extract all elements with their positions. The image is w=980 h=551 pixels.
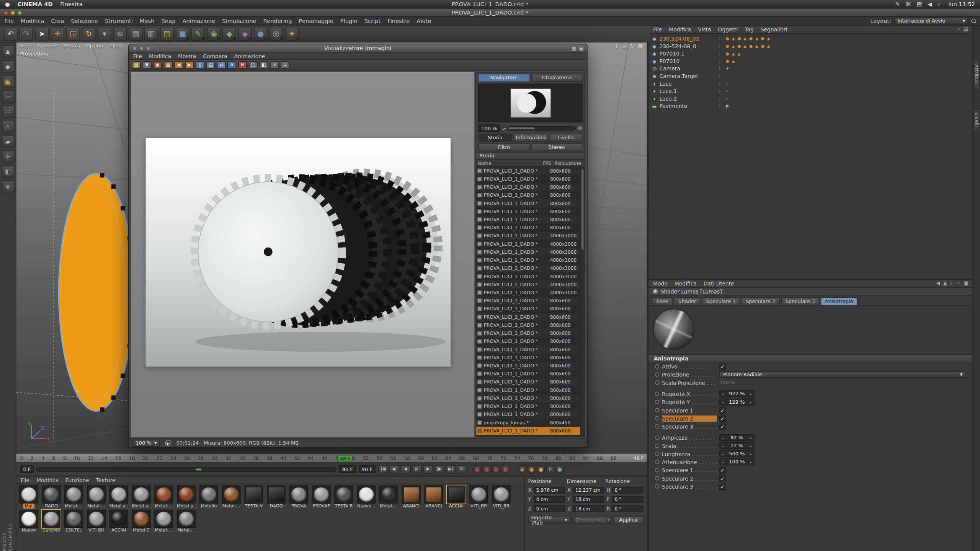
history-row[interactable]: PROVA_LUCI_1_DADO *800x600 [476,175,580,183]
material-item[interactable]: VITI BR [85,510,108,533]
shader-tab[interactable]: Anisotropia [820,297,858,305]
material-thumbnail[interactable] [357,486,376,504]
Luce[interactable]: Luce✓ [649,80,973,88]
shader-tab[interactable]: Shader [674,297,701,305]
animation-toggle-icon[interactable] [655,424,659,429]
attribute-checkbox[interactable] [719,363,725,369]
viewport-menu-item[interactable]: Opzioni [86,43,105,49]
app-menu-item[interactable]: Plugin [340,18,358,24]
230.524.08_02[interactable]: 230.524.08_02● ▲ ● ▲ ● ▲ ● ▲ [649,35,973,42]
attribute-checkbox[interactable] [719,415,725,421]
go-end-button[interactable]: ▶| [446,465,456,473]
back-icon[interactable]: ◀ [936,280,940,287]
history-row[interactable]: PROVA_LUCI_1_DADO *800x600 [476,394,580,402]
material-menu-item[interactable]: File [21,477,29,483]
swap-ab-button[interactable]: ⇄ [217,61,226,69]
history-row[interactable]: PROVA_LUCI_1_DADO *4000x3000 [476,256,580,264]
zoom-stepper-icon[interactable]: ▴▾ [502,126,506,130]
attribute-row[interactable]: Attenuazione◂100 %▸100 %▾100 % [649,458,973,466]
increment-icon[interactable]: ▸ [750,460,752,464]
material-thumbnail[interactable] [154,486,173,504]
visibility-dots[interactable] [715,59,724,64]
start-frame-field[interactable]: 0 F [20,465,34,473]
material-item[interactable]: DADO [265,486,287,509]
object-name[interactable]: P07010.1 [659,51,713,57]
prev-key-button[interactable]: ◀| [389,465,399,473]
history-row[interactable]: PROVA_LUCI_1_DADO *800x600 [476,354,580,362]
history-row[interactable]: PROVA_LUCI_1_DADO *800x600 [476,305,580,313]
material-item[interactable]: Metallo [198,486,220,509]
lock-icon[interactable]: ▣ [964,280,968,287]
record-rotation-button[interactable]: ● [501,465,509,473]
render-settings-button[interactable]: ▤ [160,27,174,41]
shader-tab[interactable]: Speculare 1 [702,297,740,305]
object-manager-menu-item[interactable]: Modifica [669,26,691,33]
coordinate-value-input[interactable]: 12.237 cm [573,487,604,494]
Luce.1[interactable]: Luce.1✓ [649,88,973,95]
add-camera-button[interactable]: ◎ [270,27,283,41]
render-picture-viewer-button[interactable]: ▥ [144,27,158,41]
attribute-number-field[interactable]: ◂100 %▸ [719,458,754,465]
material-item[interactable]: ACCIAI [108,510,130,533]
object-manager-menu-item[interactable]: Tag [745,26,753,33]
move-button[interactable]: ✛ [51,27,64,41]
live-selection-button[interactable]: ➤ [35,27,49,41]
material-item[interactable]: DADO [40,486,62,509]
history-row[interactable]: PROVA_LUCI_1_DADO *800x600 [476,297,580,305]
play-animation-button[interactable]: ▶ [165,440,171,446]
attribute-number-field[interactable]: ◂500 %▸ [719,450,754,457]
decrement-icon[interactable]: ◂ [722,452,724,456]
record-scale-button[interactable]: ● [492,465,500,473]
coordinate-value-input[interactable]: 0 ° [612,487,644,494]
animation-toggle-icon[interactable] [655,476,659,480]
coordinate-value-input[interactable]: 18 cm [573,496,604,503]
record-position-button[interactable]: ● [482,465,490,473]
attribute-checkbox[interactable] [719,475,725,481]
attribute-checkbox[interactable] [719,483,725,489]
animation-toggle-icon[interactable] [655,380,659,385]
animation-toggle-icon[interactable] [655,468,659,472]
visibility-dots[interactable] [715,66,724,72]
dock-tab[interactable]: Livelli [973,108,980,131]
attribute-row[interactable]: Speculare 3◂▸▾ [649,422,973,430]
material-item[interactable]: ACCIAI [445,486,467,509]
enable-snap-button[interactable]: ⊕ [2,180,14,192]
animation-toggle-icon[interactable] [655,400,659,404]
viewer-titlebar[interactable]: Visualizzatore Immagini ▦▣ [129,44,587,52]
history-row[interactable]: PROVA_LUCI_1_DADO800x600 [476,435,580,437]
column-risoluzione[interactable]: Risoluzione [554,160,583,166]
object-name[interactable]: Pavimento [659,103,713,109]
material-item[interactable]: PROVA [287,486,310,509]
object-name[interactable]: Luce [659,81,713,87]
last-tool-button[interactable]: ▾ [98,27,111,41]
attribute-number-field[interactable]: ◂82 %▸ [719,434,754,441]
material-item[interactable]: Metal-... [220,486,243,509]
display-icon[interactable]: ▤ [917,1,922,8]
attribute-dropdown[interactable]: Planare Radiale▾ [719,371,966,378]
decrement-icon[interactable]: ◂ [722,435,724,440]
set-b-button[interactable]: B [238,61,247,69]
material-item[interactable]: Metal-... [175,510,198,533]
prev-render-button[interactable]: ◀ [175,61,183,69]
material-thumbnail[interactable] [87,510,106,528]
material-thumbnail[interactable] [132,486,150,504]
autokey-button[interactable]: ◉ [518,465,526,473]
material-thumbnail[interactable] [20,510,38,528]
object-tags[interactable]: ◩ [726,104,970,109]
navigator-thumbnail[interactable] [478,84,583,122]
attribute-menu-item[interactable]: Modo [653,280,668,287]
attribute-row[interactable]: Rugosità Y◂129 %▸129 %▾129 % [649,398,973,406]
animation-toggle-icon[interactable] [655,452,659,456]
anisotropy-section-header[interactable]: Anisotropia [649,354,973,362]
history-row[interactable]: PROVA_LUCI_1_DADO *800x600 [476,386,580,394]
column-fps[interactable]: FPS [542,160,552,166]
zoom-reset-knob[interactable] [578,126,583,130]
search-icon[interactable]: ⌕ [957,26,960,33]
attribute-row[interactable]: Speculare 2◂▸▾ [649,474,973,482]
range-end-field[interactable]: 90 F [339,465,356,473]
history-row[interactable]: PROVA_LUCI_1_DADO *800x600 [476,402,580,410]
material-menu-item[interactable]: Texture [96,477,116,483]
object-tags[interactable]: ● ▲ ▲ [726,51,970,56]
history-row[interactable]: PROVA_LUCI_1_DADO *800x600 [476,313,580,321]
object-name[interactable]: 230.524.08_02 [659,36,713,42]
